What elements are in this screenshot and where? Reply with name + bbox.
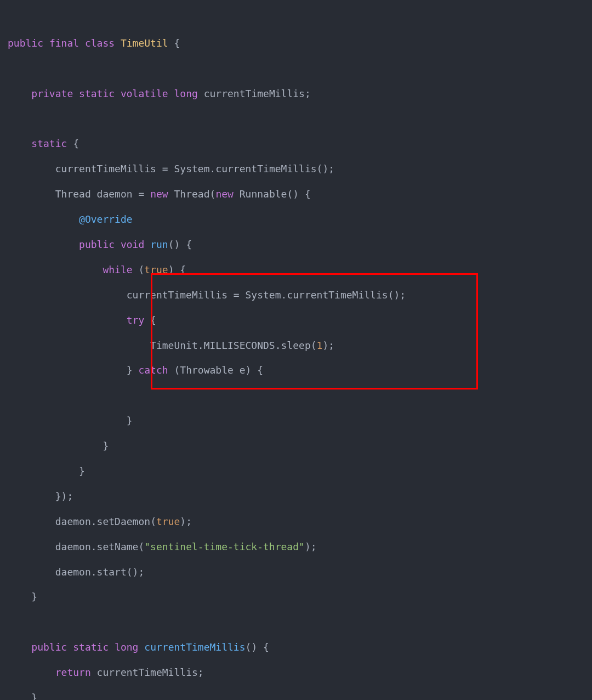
code-line: currentTimeMillis = System.currentTimeMi… — [8, 289, 406, 301]
type: Runnable — [240, 188, 287, 200]
parens: () { — [287, 188, 310, 200]
literal-true: true — [156, 516, 180, 527]
code-line: } — [8, 692, 37, 700]
paren: ( — [138, 541, 144, 552]
keyword-public: public — [79, 239, 115, 250]
method-call: setDaemon — [97, 516, 151, 527]
brace: } — [31, 692, 37, 700]
code-line: }); — [8, 490, 73, 502]
parens: () { — [168, 239, 192, 250]
type: Throwable — [180, 364, 234, 376]
keyword-new: new — [215, 188, 234, 200]
dot: . — [91, 516, 97, 527]
literal-true: true — [144, 264, 168, 275]
code-line: } — [8, 440, 109, 451]
dot: . — [198, 340, 204, 351]
brace: } — [127, 415, 133, 426]
method-call: setName — [97, 541, 139, 552]
dot: . — [275, 340, 281, 351]
code-line: private static volatile long currentTime… — [8, 88, 311, 99]
brace: } — [79, 465, 85, 477]
code-line: public void run() { — [8, 239, 192, 250]
code-line: daemon.setName("sentinel-time-tick-threa… — [8, 541, 317, 552]
parens: (); — [317, 163, 335, 174]
keyword-public: public — [31, 641, 67, 653]
code-line: daemon.setDaemon(true); — [8, 516, 192, 527]
keyword-static: static — [73, 641, 109, 653]
keyword-catch: catch — [138, 364, 168, 376]
keyword-private: private — [31, 88, 73, 99]
paren: ( — [311, 340, 317, 351]
code-line: static { — [8, 138, 79, 149]
keyword-static: static — [31, 138, 67, 149]
code-line: daemon.start(); — [8, 566, 144, 578]
code-line: @Override — [8, 213, 133, 225]
method-call: sleep — [281, 340, 311, 351]
ident: currentTimeMillis — [204, 88, 305, 99]
string-literal: "sentinel-time-tick-thread" — [144, 541, 305, 552]
method-call: currentTimeMillis — [287, 289, 388, 301]
brace: { — [150, 314, 156, 326]
number-literal: 1 — [317, 340, 323, 351]
keyword-static: static — [79, 88, 115, 99]
ident: daemon — [55, 541, 91, 552]
ident: currentTimeMillis — [55, 163, 156, 174]
ident: Thread — [55, 188, 91, 200]
equals: = — [138, 188, 144, 200]
code-line: } — [8, 591, 37, 602]
code-line: try { — [8, 314, 156, 326]
ident: MILLISECONDS — [204, 340, 275, 351]
parens: (); — [127, 566, 145, 578]
dot: . — [91, 566, 97, 578]
class-name: TimeUtil — [121, 37, 168, 49]
code-line: Thread daemon = new Thread(new Runnable(… — [8, 188, 311, 200]
code-block: public final class TimeUtil { private st… — [8, 5, 584, 700]
ident: currentTimeMillis — [97, 667, 198, 678]
semicolon: ; — [305, 88, 311, 99]
paren: ( — [174, 364, 180, 376]
keyword-volatile: volatile — [121, 88, 168, 99]
ident: TimeUnit — [150, 340, 198, 351]
equals: = — [234, 289, 240, 301]
dot: . — [91, 541, 97, 552]
brace: } — [127, 364, 133, 376]
method-name: currentTimeMillis — [144, 641, 245, 653]
dot: . — [281, 289, 287, 301]
code-line: TimeUnit.MILLISECONDS.sleep(1); — [8, 340, 334, 351]
ident: daemon — [97, 188, 133, 200]
code-line: } — [8, 415, 133, 426]
equals: = — [162, 163, 168, 174]
type: Thread — [174, 188, 210, 200]
ident: System — [174, 163, 209, 174]
code-line: currentTimeMillis = System.currentTimeMi… — [8, 163, 334, 174]
ident: System — [246, 289, 281, 301]
parens: ); — [305, 541, 317, 552]
ident: currentTimeMillis — [127, 289, 227, 301]
code-line: public final class TimeUtil { — [8, 37, 180, 49]
brace: { — [174, 37, 180, 49]
code-line: } — [8, 465, 85, 477]
parens: () { — [246, 641, 269, 653]
keyword-long: long — [115, 641, 138, 653]
keyword-new: new — [150, 188, 168, 200]
parens: ) { — [246, 364, 264, 376]
parens: ); — [322, 340, 334, 351]
keyword-return: return — [55, 667, 91, 678]
method-call: start — [97, 566, 127, 578]
semicolon: ; — [198, 667, 204, 678]
ident: daemon — [55, 516, 91, 527]
keyword-class: class — [85, 37, 115, 49]
code-line: while (true) { — [8, 264, 186, 275]
method-call: currentTimeMillis — [215, 163, 316, 174]
paren: ( — [150, 516, 156, 527]
keyword-long: long — [174, 88, 197, 99]
keyword-public: public — [8, 37, 43, 49]
keyword-while: while — [103, 264, 132, 275]
ident: e — [240, 364, 246, 376]
brace: { — [73, 138, 79, 149]
annotation-override: @Override — [79, 213, 133, 225]
brace: } — [103, 440, 109, 451]
parens: ) { — [168, 264, 186, 275]
code-line: public static long currentTimeMillis() { — [8, 641, 269, 653]
keyword-final: final — [49, 37, 79, 49]
